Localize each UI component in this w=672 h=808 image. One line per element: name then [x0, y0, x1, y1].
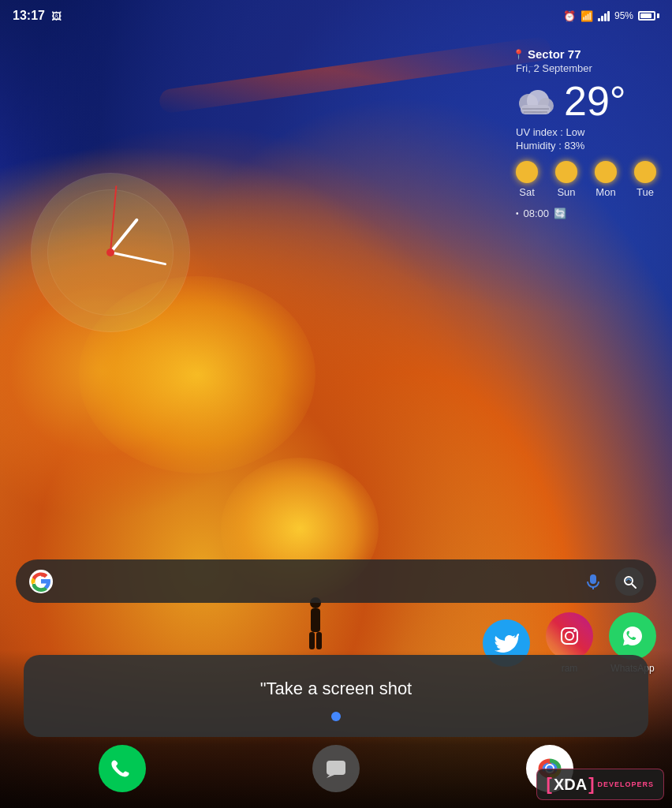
forecast-sat: Sat	[516, 161, 538, 198]
forecast-sun: Sun	[555, 161, 577, 198]
xda-watermark: [ XDA ] DEVELOPERS	[536, 769, 664, 800]
weather-alarm: • 08:00 🔄	[516, 208, 656, 219]
svg-marker-18	[327, 775, 334, 778]
sat-sun-icon	[516, 161, 538, 183]
messages-dock-app[interactable]	[312, 745, 360, 792]
weather-temp-row: 29°	[513, 80, 656, 122]
humidity: Humidity : 83%	[516, 140, 656, 152]
search-mic-button[interactable]	[579, 567, 607, 596]
xda-bracket-left: [	[547, 774, 552, 795]
clock-widget[interactable]	[32, 174, 189, 331]
xda-sub-text: DEVELOPERS	[597, 780, 654, 788]
weather-date: Fri, 2 September	[516, 62, 656, 74]
mon-sun-icon	[595, 161, 617, 183]
alarm-refresh-icon: 🔄	[554, 208, 566, 219]
uv-index: UV index : Low	[516, 126, 656, 138]
messages-dock-icon	[312, 745, 360, 792]
clock-face	[32, 174, 189, 331]
battery-percent: 95%	[614, 10, 633, 21]
status-icons: ⏰ 📶 95%	[563, 10, 659, 22]
phone-dock-icon	[99, 745, 146, 792]
weather-cloud-icon	[513, 84, 556, 119]
lens-icon	[622, 574, 637, 589]
svg-point-15	[566, 632, 573, 640]
popup-listening-dot	[331, 712, 341, 721]
svg-rect-17	[327, 761, 345, 775]
forecast-mon: Mon	[595, 161, 617, 198]
xda-bracket-right: ]	[588, 774, 594, 795]
status-bar: 13:17 🖼 ⏰ 📶 95%	[0, 0, 672, 32]
svg-rect-7	[521, 105, 551, 114]
weather-widget[interactable]: 📍 Sector 77 Fri, 2 September 29° UV inde…	[513, 47, 656, 219]
weather-temperature: 29°	[564, 80, 626, 122]
search-bar[interactable]	[16, 559, 656, 603]
status-time: 13:17	[13, 9, 45, 23]
svg-point-13	[625, 577, 633, 585]
phone-dock-app[interactable]	[99, 745, 146, 792]
screenshot-status-icon: 🖼	[51, 10, 62, 22]
alarm-icon: ⏰	[563, 10, 576, 22]
mic-icon	[584, 573, 602, 590]
forecast-tue: Tue	[634, 161, 656, 198]
whatsapp-icon	[609, 612, 656, 660]
clock-center-dot	[106, 249, 114, 256]
popup-text: "Take a screen shot	[260, 679, 412, 699]
svg-rect-11	[590, 574, 596, 584]
phone-svg-icon	[110, 756, 135, 781]
weather-forecast: Sat Sun Mon Tue	[516, 161, 656, 198]
instagram-icon	[546, 612, 593, 660]
tue-sun-icon	[634, 161, 656, 183]
xda-brand: XDA	[554, 776, 587, 794]
sun-sun-icon	[555, 161, 577, 183]
voice-popup: "Take a screen shot	[24, 655, 648, 737]
location-pin-icon: 📍	[513, 49, 525, 60]
battery-icon	[638, 11, 659, 21]
alarm-dot: •	[516, 209, 519, 218]
google-logo	[28, 569, 54, 594]
messages-svg-icon	[323, 756, 349, 781]
weather-details: UV index : Low Humidity : 83%	[516, 126, 656, 152]
signal-icon	[598, 10, 610, 21]
wifi-icon: 📶	[581, 10, 593, 22]
svg-point-16	[573, 630, 576, 632]
search-lens-button[interactable]	[615, 567, 644, 596]
weather-location: 📍 Sector 77	[513, 47, 656, 61]
